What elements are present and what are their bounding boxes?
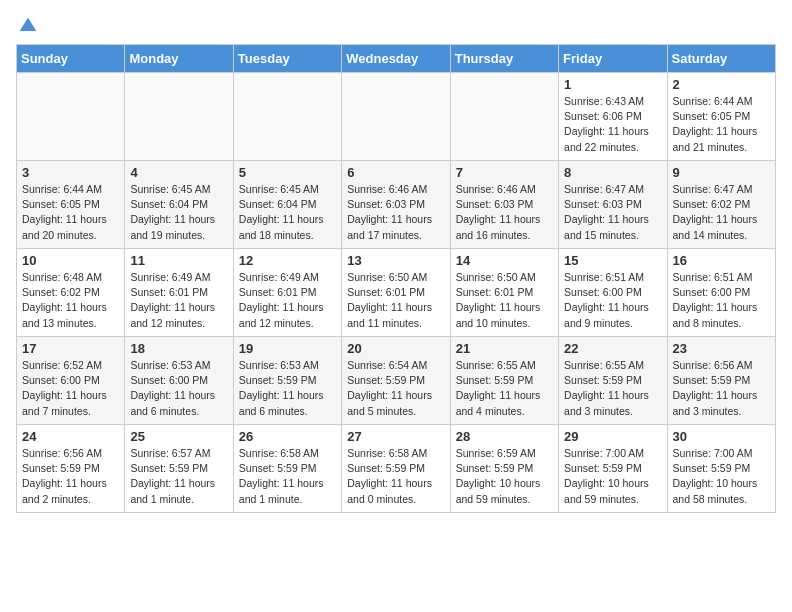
day-info: Sunrise: 6:56 AM Sunset: 5:59 PM Dayligh…: [673, 358, 770, 419]
day-number: 2: [673, 77, 770, 92]
weekday-header-friday: Friday: [559, 45, 667, 73]
calendar-table: SundayMondayTuesdayWednesdayThursdayFrid…: [16, 44, 776, 513]
day-number: 20: [347, 341, 444, 356]
day-number: 15: [564, 253, 661, 268]
day-info: Sunrise: 6:45 AM Sunset: 6:04 PM Dayligh…: [239, 182, 336, 243]
day-info: Sunrise: 6:58 AM Sunset: 5:59 PM Dayligh…: [239, 446, 336, 507]
day-info: Sunrise: 6:53 AM Sunset: 5:59 PM Dayligh…: [239, 358, 336, 419]
day-info: Sunrise: 6:46 AM Sunset: 6:03 PM Dayligh…: [347, 182, 444, 243]
day-number: 6: [347, 165, 444, 180]
calendar-cell: [450, 73, 558, 161]
day-info: Sunrise: 7:00 AM Sunset: 5:59 PM Dayligh…: [673, 446, 770, 507]
day-number: 1: [564, 77, 661, 92]
week-row-4: 17Sunrise: 6:52 AM Sunset: 6:00 PM Dayli…: [17, 337, 776, 425]
calendar-cell: 24Sunrise: 6:56 AM Sunset: 5:59 PM Dayli…: [17, 425, 125, 513]
calendar-cell: 8Sunrise: 6:47 AM Sunset: 6:03 PM Daylig…: [559, 161, 667, 249]
day-number: 24: [22, 429, 119, 444]
calendar-cell: 10Sunrise: 6:48 AM Sunset: 6:02 PM Dayli…: [17, 249, 125, 337]
calendar-cell: 11Sunrise: 6:49 AM Sunset: 6:01 PM Dayli…: [125, 249, 233, 337]
calendar-cell: [233, 73, 341, 161]
day-number: 3: [22, 165, 119, 180]
calendar-cell: 29Sunrise: 7:00 AM Sunset: 5:59 PM Dayli…: [559, 425, 667, 513]
weekday-header-monday: Monday: [125, 45, 233, 73]
calendar-cell: 30Sunrise: 7:00 AM Sunset: 5:59 PM Dayli…: [667, 425, 775, 513]
day-info: Sunrise: 6:45 AM Sunset: 6:04 PM Dayligh…: [130, 182, 227, 243]
calendar-cell: 19Sunrise: 6:53 AM Sunset: 5:59 PM Dayli…: [233, 337, 341, 425]
calendar-cell: 22Sunrise: 6:55 AM Sunset: 5:59 PM Dayli…: [559, 337, 667, 425]
calendar-cell: [17, 73, 125, 161]
logo: [16, 16, 40, 36]
day-number: 25: [130, 429, 227, 444]
logo-icon: [18, 16, 38, 36]
calendar-cell: 18Sunrise: 6:53 AM Sunset: 6:00 PM Dayli…: [125, 337, 233, 425]
day-info: Sunrise: 6:51 AM Sunset: 6:00 PM Dayligh…: [673, 270, 770, 331]
day-info: Sunrise: 6:47 AM Sunset: 6:03 PM Dayligh…: [564, 182, 661, 243]
calendar-cell: 20Sunrise: 6:54 AM Sunset: 5:59 PM Dayli…: [342, 337, 450, 425]
day-number: 10: [22, 253, 119, 268]
calendar-cell: 28Sunrise: 6:59 AM Sunset: 5:59 PM Dayli…: [450, 425, 558, 513]
calendar-cell: [342, 73, 450, 161]
day-number: 14: [456, 253, 553, 268]
week-row-5: 24Sunrise: 6:56 AM Sunset: 5:59 PM Dayli…: [17, 425, 776, 513]
calendar-cell: 21Sunrise: 6:55 AM Sunset: 5:59 PM Dayli…: [450, 337, 558, 425]
day-info: Sunrise: 6:47 AM Sunset: 6:02 PM Dayligh…: [673, 182, 770, 243]
calendar-cell: 12Sunrise: 6:49 AM Sunset: 6:01 PM Dayli…: [233, 249, 341, 337]
calendar-cell: 17Sunrise: 6:52 AM Sunset: 6:00 PM Dayli…: [17, 337, 125, 425]
calendar-cell: 9Sunrise: 6:47 AM Sunset: 6:02 PM Daylig…: [667, 161, 775, 249]
calendar-cell: 1Sunrise: 6:43 AM Sunset: 6:06 PM Daylig…: [559, 73, 667, 161]
day-number: 29: [564, 429, 661, 444]
calendar-cell: 27Sunrise: 6:58 AM Sunset: 5:59 PM Dayli…: [342, 425, 450, 513]
day-number: 18: [130, 341, 227, 356]
day-number: 12: [239, 253, 336, 268]
svg-marker-0: [20, 18, 37, 31]
day-number: 28: [456, 429, 553, 444]
calendar-cell: 15Sunrise: 6:51 AM Sunset: 6:00 PM Dayli…: [559, 249, 667, 337]
day-info: Sunrise: 6:43 AM Sunset: 6:06 PM Dayligh…: [564, 94, 661, 155]
week-row-1: 1Sunrise: 6:43 AM Sunset: 6:06 PM Daylig…: [17, 73, 776, 161]
calendar-cell: 3Sunrise: 6:44 AM Sunset: 6:05 PM Daylig…: [17, 161, 125, 249]
day-number: 16: [673, 253, 770, 268]
day-number: 13: [347, 253, 444, 268]
calendar-cell: 26Sunrise: 6:58 AM Sunset: 5:59 PM Dayli…: [233, 425, 341, 513]
day-info: Sunrise: 6:58 AM Sunset: 5:59 PM Dayligh…: [347, 446, 444, 507]
day-info: Sunrise: 6:51 AM Sunset: 6:00 PM Dayligh…: [564, 270, 661, 331]
day-number: 5: [239, 165, 336, 180]
day-info: Sunrise: 6:49 AM Sunset: 6:01 PM Dayligh…: [130, 270, 227, 331]
day-info: Sunrise: 6:53 AM Sunset: 6:00 PM Dayligh…: [130, 358, 227, 419]
day-info: Sunrise: 6:44 AM Sunset: 6:05 PM Dayligh…: [673, 94, 770, 155]
day-info: Sunrise: 6:50 AM Sunset: 6:01 PM Dayligh…: [347, 270, 444, 331]
day-number: 23: [673, 341, 770, 356]
calendar-cell: 4Sunrise: 6:45 AM Sunset: 6:04 PM Daylig…: [125, 161, 233, 249]
day-number: 9: [673, 165, 770, 180]
calendar-header-row: SundayMondayTuesdayWednesdayThursdayFrid…: [17, 45, 776, 73]
calendar-cell: 16Sunrise: 6:51 AM Sunset: 6:00 PM Dayli…: [667, 249, 775, 337]
day-info: Sunrise: 6:46 AM Sunset: 6:03 PM Dayligh…: [456, 182, 553, 243]
calendar-cell: [125, 73, 233, 161]
day-info: Sunrise: 6:55 AM Sunset: 5:59 PM Dayligh…: [564, 358, 661, 419]
calendar-cell: 14Sunrise: 6:50 AM Sunset: 6:01 PM Dayli…: [450, 249, 558, 337]
calendar-cell: 13Sunrise: 6:50 AM Sunset: 6:01 PM Dayli…: [342, 249, 450, 337]
calendar-cell: 25Sunrise: 6:57 AM Sunset: 5:59 PM Dayli…: [125, 425, 233, 513]
day-info: Sunrise: 6:59 AM Sunset: 5:59 PM Dayligh…: [456, 446, 553, 507]
weekday-header-wednesday: Wednesday: [342, 45, 450, 73]
day-number: 4: [130, 165, 227, 180]
day-info: Sunrise: 6:44 AM Sunset: 6:05 PM Dayligh…: [22, 182, 119, 243]
day-number: 8: [564, 165, 661, 180]
day-number: 11: [130, 253, 227, 268]
day-info: Sunrise: 6:56 AM Sunset: 5:59 PM Dayligh…: [22, 446, 119, 507]
day-number: 19: [239, 341, 336, 356]
day-info: Sunrise: 7:00 AM Sunset: 5:59 PM Dayligh…: [564, 446, 661, 507]
weekday-header-tuesday: Tuesday: [233, 45, 341, 73]
day-number: 26: [239, 429, 336, 444]
calendar-cell: 23Sunrise: 6:56 AM Sunset: 5:59 PM Dayli…: [667, 337, 775, 425]
day-info: Sunrise: 6:55 AM Sunset: 5:59 PM Dayligh…: [456, 358, 553, 419]
day-info: Sunrise: 6:54 AM Sunset: 5:59 PM Dayligh…: [347, 358, 444, 419]
calendar-cell: 6Sunrise: 6:46 AM Sunset: 6:03 PM Daylig…: [342, 161, 450, 249]
day-info: Sunrise: 6:57 AM Sunset: 5:59 PM Dayligh…: [130, 446, 227, 507]
week-row-2: 3Sunrise: 6:44 AM Sunset: 6:05 PM Daylig…: [17, 161, 776, 249]
day-number: 7: [456, 165, 553, 180]
weekday-header-thursday: Thursday: [450, 45, 558, 73]
day-number: 22: [564, 341, 661, 356]
weekday-header-sunday: Sunday: [17, 45, 125, 73]
weekday-header-saturday: Saturday: [667, 45, 775, 73]
